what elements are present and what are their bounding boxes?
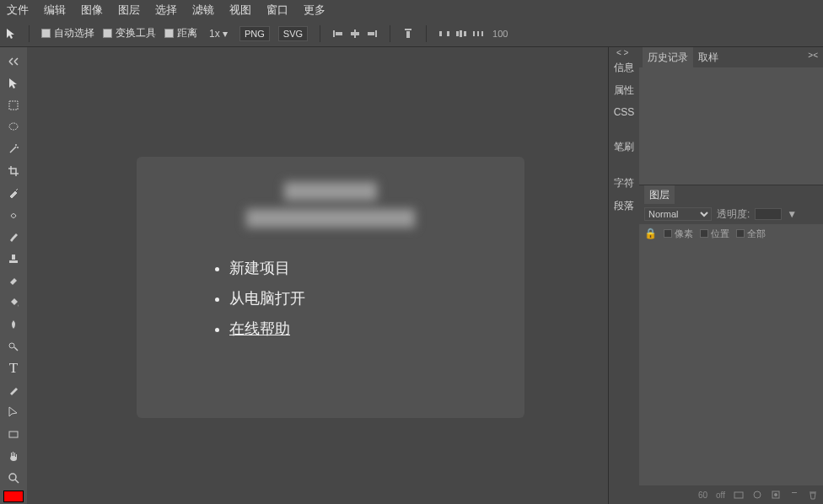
svg-rect-0 — [333, 30, 335, 37]
export-svg-button[interactable]: SVG — [278, 26, 308, 41]
auto-select-checkbox[interactable]: 自动选择 — [41, 26, 94, 40]
expand-icon[interactable]: >< — [808, 51, 818, 60]
mini-tab-props[interactable]: 属性 — [614, 83, 634, 98]
svg-point-26 — [774, 493, 777, 496]
zoom-dropdown[interactable]: 1x ▾ — [206, 27, 231, 40]
svg-rect-10 — [456, 31, 459, 36]
mini-tab-para[interactable]: 段落 — [614, 199, 634, 213]
start-actions-list: 新建项目 从电脑打开 在线帮助 — [187, 253, 474, 344]
mini-tab-css[interactable]: CSS — [614, 106, 635, 118]
heal-tool-icon[interactable] — [2, 204, 25, 226]
history-panel-body — [639, 67, 823, 185]
svg-rect-1 — [336, 32, 342, 35]
mini-tab-brush[interactable]: 笔刷 — [614, 140, 634, 154]
align-top-icon[interactable] — [402, 28, 414, 40]
svg-rect-11 — [460, 30, 462, 37]
dist-h-icon[interactable] — [438, 28, 450, 40]
lasso-tool-icon[interactable] — [2, 116, 25, 138]
align-group-1 — [332, 28, 378, 40]
menu-select[interactable]: 选择 — [155, 3, 177, 18]
align-right-icon[interactable] — [366, 28, 378, 40]
lock-icon[interactable]: 🔒 — [644, 228, 657, 239]
footer-trash-icon[interactable] — [808, 490, 818, 500]
collapse-icon[interactable]: < > — [616, 48, 628, 57]
stamp-tool-icon[interactable] — [2, 248, 25, 270]
transform-checkbox[interactable]: 变换工具 — [103, 26, 156, 40]
new-project-link[interactable]: 新建项目 — [229, 253, 474, 283]
footer-mask-icon[interactable] — [771, 490, 781, 500]
menu-image[interactable]: 图像 — [81, 3, 103, 18]
opacity-label: 透明度: — [717, 207, 750, 222]
online-help-link[interactable]: 在线帮助 — [229, 314, 474, 344]
tab-history[interactable]: 历史记录 — [643, 47, 693, 68]
menu-edit[interactable]: 编辑 — [44, 3, 66, 18]
marquee-tool-icon[interactable] — [2, 94, 25, 116]
footer-fx-icon[interactable] — [752, 490, 762, 500]
move-tool-icon[interactable] — [2, 72, 25, 94]
svg-rect-16 — [9, 101, 18, 110]
opacity-dropdown-icon[interactable]: ▼ — [787, 208, 797, 220]
footer-off: off — [716, 491, 725, 500]
text-tool-icon[interactable]: T — [2, 357, 25, 379]
opacity-input[interactable] — [755, 208, 782, 220]
menu-view[interactable]: 视图 — [229, 3, 251, 18]
lock-position-checkbox[interactable]: 位置 — [700, 228, 729, 240]
blend-mode-select[interactable]: Normal — [644, 207, 712, 221]
svg-point-17 — [9, 123, 18, 130]
right-column: < > 信息 属性 CSS 笔刷 字符 段落 历史记录 取样 >< 图层 Nor… — [608, 47, 823, 504]
dist-spacing-icon[interactable] — [472, 28, 484, 40]
layers-panel-header: 图层 — [639, 185, 823, 204]
foreground-color-swatch[interactable] — [3, 491, 24, 502]
history-panel-tabs: 历史记录 取样 >< — [639, 47, 823, 67]
toggle-icon[interactable] — [2, 51, 25, 72]
zoom-tool-icon[interactable] — [2, 467, 25, 489]
svg-rect-8 — [439, 31, 442, 36]
right-mini-tabs: < > 信息 属性 CSS 笔刷 字符 段落 — [608, 47, 639, 504]
eraser-tool-icon[interactable] — [2, 270, 25, 292]
menu-window[interactable]: 窗口 — [266, 3, 288, 18]
menu-file[interactable]: 文件 — [7, 3, 29, 18]
dodge-tool-icon[interactable] — [2, 335, 25, 357]
svg-rect-4 — [375, 30, 377, 37]
export-png-button[interactable]: PNG — [239, 26, 270, 41]
mini-tab-char[interactable]: 字符 — [614, 176, 634, 190]
svg-rect-12 — [464, 31, 466, 36]
layers-list — [639, 243, 823, 485]
menu-filter[interactable]: 滤镜 — [192, 3, 214, 18]
blur-tool-icon[interactable] — [2, 314, 25, 335]
footer-new-icon[interactable] — [789, 490, 799, 500]
svg-rect-28 — [792, 492, 797, 493]
dist-v-icon[interactable] — [455, 28, 467, 40]
svg-rect-21 — [9, 432, 18, 437]
distance-value: 100 — [492, 29, 508, 39]
lock-all-checkbox[interactable]: 全部 — [736, 228, 766, 240]
layers-controls: Normal 透明度: ▼ — [639, 204, 823, 224]
path-select-icon[interactable] — [2, 401, 25, 423]
lock-pixels-checkbox[interactable]: 像素 — [664, 228, 693, 240]
svg-rect-18 — [12, 255, 15, 260]
right-panels: 历史记录 取样 >< 图层 Normal 透明度: ▼ 🔒 像素 位置 全部 6… — [639, 47, 823, 504]
distance-checkbox[interactable]: 距离 — [164, 26, 197, 40]
mini-tab-info[interactable]: 信息 — [614, 61, 634, 75]
crop-tool-icon[interactable] — [2, 160, 25, 182]
align-left-icon[interactable] — [332, 28, 344, 40]
brush-tool-icon[interactable] — [2, 226, 25, 248]
menu-more[interactable]: 更多 — [304, 3, 325, 18]
tab-layers[interactable]: 图层 — [644, 185, 675, 205]
tab-sample[interactable]: 取样 — [693, 47, 723, 68]
hand-tool-icon[interactable] — [2, 445, 25, 467]
footer-folder-icon[interactable] — [734, 490, 744, 500]
shape-tool-icon[interactable] — [2, 423, 25, 445]
align-center-h-icon[interactable] — [349, 28, 361, 40]
wand-tool-icon[interactable] — [2, 138, 25, 160]
move-tool-indicator-icon[interactable] — [5, 28, 17, 40]
layers-footer: 60 off — [639, 485, 823, 504]
svg-rect-19 — [9, 260, 18, 263]
bucket-tool-icon[interactable] — [2, 292, 25, 314]
pen-tool-icon[interactable] — [2, 379, 25, 401]
menu-layer[interactable]: 图层 — [118, 3, 140, 18]
open-from-computer-link[interactable]: 从电脑打开 — [229, 283, 474, 314]
distribute-group — [438, 28, 484, 40]
footer-val: 60 — [698, 491, 707, 500]
eyedropper-tool-icon[interactable] — [2, 182, 25, 204]
